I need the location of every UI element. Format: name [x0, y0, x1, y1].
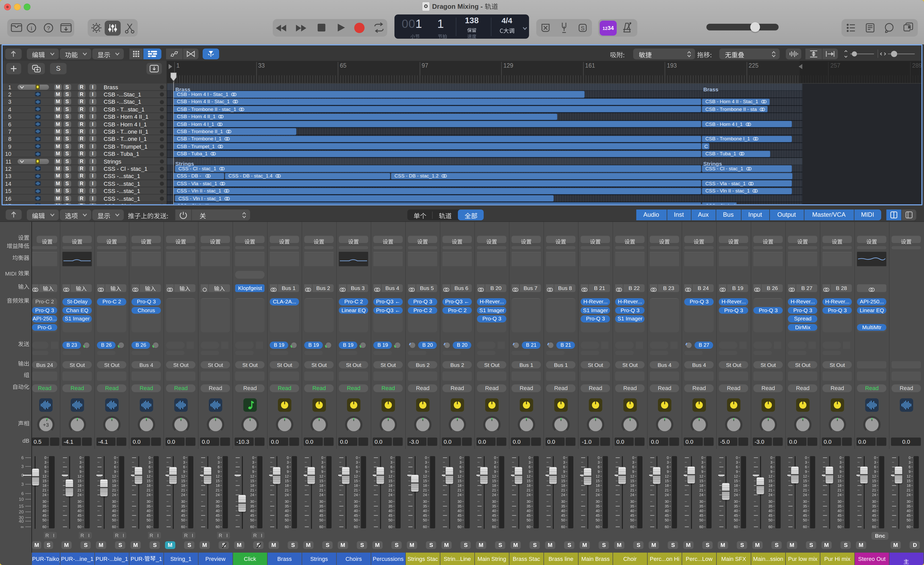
svg-text:6: 6 [632, 465, 634, 469]
svg-text:50: 50 [838, 518, 842, 522]
svg-text:15: 15 [320, 479, 324, 483]
svg-text:40: 40 [596, 509, 600, 513]
svg-text:45: 45 [803, 513, 807, 517]
svg-text:9: 9 [356, 470, 358, 474]
svg-text:15: 15 [78, 479, 82, 483]
svg-text:0: 0 [391, 455, 393, 460]
svg-text:35: 35 [803, 504, 807, 508]
svg-text:18: 18 [147, 484, 151, 488]
svg-text:60: 60 [492, 525, 496, 529]
svg-text:50: 50 [78, 518, 82, 522]
svg-text:21: 21 [181, 488, 185, 492]
svg-text:24: 24 [561, 493, 566, 497]
svg-text:21: 21 [768, 488, 772, 492]
svg-text:50: 50 [665, 518, 669, 522]
svg-text:9: 9 [598, 470, 600, 474]
svg-text:45: 45 [527, 513, 531, 517]
svg-text:40: 40 [665, 509, 669, 513]
svg-text:15: 15 [458, 479, 462, 483]
svg-text:40: 40 [838, 509, 842, 513]
svg-text:6: 6 [391, 465, 393, 469]
svg-text:6: 6 [252, 465, 255, 469]
svg-text:9: 9 [736, 470, 738, 474]
svg-text:35: 35 [42, 504, 46, 508]
svg-text:6: 6 [598, 465, 600, 469]
svg-text:0: 0 [460, 455, 462, 460]
svg-text:3: 3 [805, 460, 807, 464]
svg-text:9: 9 [494, 470, 496, 474]
svg-text:9: 9 [425, 470, 427, 474]
svg-text:45: 45 [907, 513, 911, 517]
svg-text:9: 9 [909, 470, 911, 474]
svg-text:21: 21 [699, 488, 704, 492]
svg-text:45: 45 [78, 513, 82, 517]
svg-text:40: 40 [216, 509, 220, 513]
svg-text:6: 6 [702, 465, 704, 469]
svg-text:0: 0 [874, 455, 876, 460]
svg-text:15: 15 [699, 479, 704, 483]
svg-text:60: 60 [181, 525, 185, 529]
svg-text:35: 35 [907, 504, 911, 508]
svg-text:12: 12 [388, 474, 393, 478]
svg-text:60: 60 [250, 525, 255, 529]
svg-text:45: 45 [354, 513, 358, 517]
svg-text:3: 3 [287, 460, 289, 464]
svg-text:15: 15 [907, 479, 911, 483]
svg-text:3: 3 [149, 460, 151, 464]
svg-text:60: 60 [216, 525, 220, 529]
svg-text:30: 30 [907, 499, 911, 503]
svg-text:30: 30 [78, 499, 82, 503]
svg-text:60: 60 [734, 525, 738, 529]
svg-text:3: 3 [44, 460, 46, 464]
svg-text:3: 3 [460, 460, 462, 464]
svg-text:21: 21 [112, 488, 116, 492]
svg-text:50: 50 [458, 518, 462, 522]
svg-text:9: 9 [183, 470, 185, 474]
svg-text:18: 18 [78, 484, 82, 488]
svg-text:30: 30 [492, 499, 496, 503]
svg-text:35: 35 [561, 504, 566, 508]
svg-text:15: 15 [388, 479, 393, 483]
svg-text:24: 24 [354, 493, 358, 497]
svg-text:24: 24 [492, 493, 496, 497]
svg-text:60: 60 [423, 525, 427, 529]
svg-text:60: 60 [803, 525, 807, 529]
svg-text:30: 30 [147, 499, 151, 503]
svg-text:12: 12 [527, 474, 531, 478]
svg-text:9: 9 [874, 470, 876, 474]
svg-text:21: 21 [250, 488, 255, 492]
svg-text:18: 18 [596, 484, 600, 488]
svg-text:3: 3 [356, 460, 358, 464]
svg-text:40: 40 [42, 509, 46, 513]
svg-text:40: 40 [803, 509, 807, 513]
svg-text:12: 12 [285, 474, 289, 478]
svg-text:45: 45 [665, 513, 669, 517]
svg-text:30: 30 [630, 499, 634, 503]
svg-text:12: 12 [596, 474, 600, 478]
svg-text:?: ? [47, 25, 50, 32]
svg-text:45: 45 [320, 513, 324, 517]
svg-text:6: 6 [218, 465, 220, 469]
svg-text:24: 24 [285, 493, 289, 497]
svg-text:15: 15 [803, 479, 807, 483]
svg-text:0: 0 [529, 455, 531, 460]
svg-text:35: 35 [112, 504, 116, 508]
svg-text:6: 6 [840, 465, 842, 469]
svg-text:0: 0 [598, 455, 600, 460]
svg-text:6: 6 [563, 465, 566, 469]
svg-text:50: 50 [216, 518, 220, 522]
svg-text:21: 21 [630, 488, 634, 492]
svg-text:24: 24 [907, 493, 911, 497]
svg-text:45: 45 [492, 513, 496, 517]
svg-text:30: 30 [458, 499, 462, 503]
svg-text:0: 0 [183, 455, 185, 460]
svg-text:35: 35 [216, 504, 220, 508]
svg-text:60: 60 [527, 525, 531, 529]
svg-text:40: 40 [872, 509, 876, 513]
svg-text:50: 50 [250, 518, 255, 522]
svg-text:30: 30 [596, 499, 600, 503]
svg-text:24: 24 [250, 493, 255, 497]
svg-text:9: 9 [391, 470, 393, 474]
svg-text:18: 18 [699, 484, 704, 488]
svg-text:0: 0 [667, 455, 669, 460]
